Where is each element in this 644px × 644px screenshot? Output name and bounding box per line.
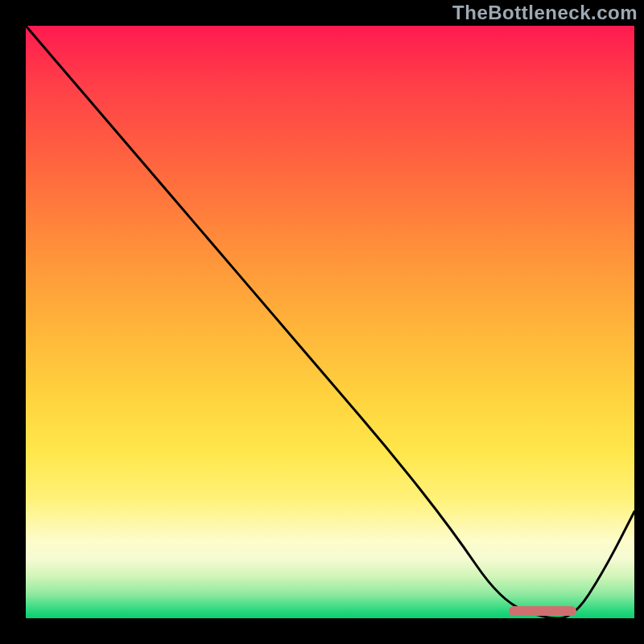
plot-area — [24, 24, 636, 620]
curve-path — [26, 26, 634, 618]
optimal-range-marker — [509, 606, 576, 616]
bottleneck-curve — [26, 26, 634, 618]
watermark-text: TheBottleneck.com — [452, 2, 638, 24]
chart-frame: TheBottleneck.com — [0, 0, 644, 644]
